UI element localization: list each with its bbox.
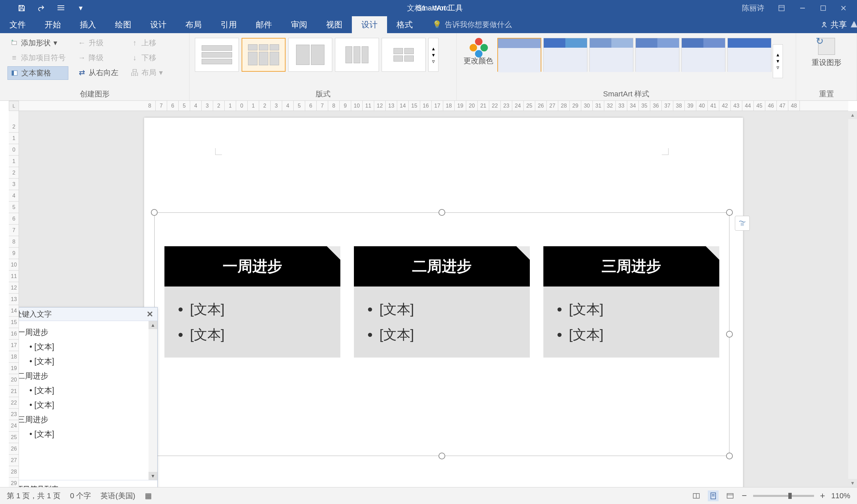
smartart-card-title[interactable]: 一周进步 [165,246,340,286]
layout-thumb-3[interactable] [288,38,332,72]
smartart-card[interactable]: 二周进步[文本][文本] [354,246,530,357]
scroll-up-icon[interactable]: ▲ [149,321,157,329]
document-area[interactable]: 一周进步[文本][文本]二周进步[文本][文本]三周进步[文本][文本] 在此处… [19,111,848,487]
text-pane-item[interactable]: • [文本] [19,427,151,441]
page-indicator[interactable]: 第 1 页，共 1 页 [7,491,61,501]
zoom-out-button[interactable]: − [742,490,747,501]
layout-thumb-5[interactable] [382,38,426,72]
resize-handle-tl[interactable] [151,209,158,216]
maximize-icon[interactable] [820,5,826,12]
text-pane-close-icon[interactable]: ✕ [147,309,153,319]
close-icon[interactable] [840,5,847,12]
smartart-bullet[interactable]: [文本] [367,297,516,322]
zoom-slider[interactable] [753,495,814,497]
style-thumb-2[interactable] [543,38,587,72]
style-gallery-more[interactable]: ▴▾▿ [773,44,783,78]
tab-view[interactable]: 视图 [317,16,352,33]
read-mode-icon[interactable] [691,490,702,501]
list-icon[interactable] [56,3,66,13]
resize-handle-tr[interactable] [726,209,733,216]
style-thumb-5[interactable] [682,38,725,72]
text-pane-button[interactable]: 文本窗格 [7,66,68,80]
language-indicator[interactable]: 英语(美国) [100,491,135,501]
smartart-card[interactable]: 三周进步[文本][文本] [543,246,719,357]
tab-insert[interactable]: 插入 [70,16,105,33]
tab-layout[interactable]: 布局 [176,16,211,33]
style-thumb-6[interactable] [727,38,771,72]
share-button[interactable]: 共享 [821,19,847,30]
text-pane-item[interactable]: • 三周进步 [19,412,151,427]
layout-gallery-more[interactable]: ▴▾▿ [428,38,438,72]
collapse-ribbon-icon[interactable]: ⯅ [850,20,857,30]
smartart-object[interactable]: 一周进步[文本][文本]二周进步[文本][文本]三周进步[文本][文本] 在此处… [154,213,729,456]
reset-graphic-button[interactable]: ↻ 重设图形 [805,35,848,70]
smartart-bullet[interactable]: [文本] [557,322,706,347]
text-pane-item[interactable]: • [文本] [19,354,151,369]
smartart-card-title[interactable]: 三周进步 [543,246,719,286]
print-layout-icon[interactable] [708,490,719,501]
page[interactable]: 一周进步[文本][文本]二周进步[文本][文本]三周进步[文本][文本] 在此处… [144,118,743,487]
zoom-slider-thumb[interactable] [788,493,792,499]
layout-thumb-4[interactable] [335,38,379,72]
vertical-ruler[interactable]: 2101234567891011121314151617181920212223… [9,111,19,487]
tab-smartart-design[interactable]: 设计 [352,16,387,33]
resize-handle-br[interactable] [726,453,733,459]
layout-icon: 品 [131,69,139,77]
tab-design[interactable]: 设计 [141,16,176,33]
scroll-down-icon[interactable]: ▼ [149,472,157,480]
zoom-in-button[interactable]: + [820,490,825,501]
text-pane-item[interactable]: • 一周进步 [19,325,151,340]
layout-options-button[interactable] [735,216,750,231]
smartart-bullet[interactable]: [文本] [367,322,516,347]
text-pane-scrollbar[interactable]: ▲ ▼ [149,321,157,480]
qat-customize-icon[interactable]: ▾ [76,3,85,13]
save-icon[interactable] [17,3,27,13]
tab-review[interactable]: 审阅 [282,16,317,33]
tab-smartart-format[interactable]: 格式 [387,16,422,33]
style-thumb-3[interactable] [589,38,633,72]
smartart-card-title[interactable]: 二周进步 [354,246,530,286]
tell-me-search[interactable]: 💡 告诉我你想要做什么 [432,20,512,30]
horizontal-ruler[interactable]: 8765432101234567891011121314151617181920… [19,101,848,111]
smartart-bullet[interactable]: [文本] [178,322,327,347]
text-pane-item[interactable]: • 二周进步 [19,369,151,383]
rtl-button[interactable]: ⇄从右向左 [75,66,121,79]
tab-references[interactable]: 引用 [211,16,246,33]
ribbon-display-icon[interactable] [778,4,785,12]
smartart-card[interactable]: 一周进步[文本][文本] [165,246,340,357]
resize-handle-bm[interactable] [438,453,445,459]
smartart-card-body[interactable]: [文本][文本] [543,286,719,357]
change-colors-button[interactable]: 更改颜色 [461,35,496,69]
text-pane-title: 在此处键入文字 [19,309,52,319]
smartart-bullet[interactable]: [文本] [178,297,327,322]
text-pane-body[interactable]: • 一周进步• [文本]• [文本]• 二周进步• [文本]• [文本]• 三周… [19,321,157,480]
minimize-icon[interactable] [799,4,806,12]
scroll-up-button[interactable]: ▲ [848,111,857,119]
tab-home[interactable]: 开始 [35,16,70,33]
tab-draw[interactable]: 绘图 [105,16,141,33]
layout-thumb-1[interactable] [195,38,239,72]
redo-icon[interactable] [36,3,46,13]
scroll-down-button[interactable]: ▼ [848,479,857,487]
vertical-scrollbar[interactable]: ▲ ▼ [848,111,857,487]
text-pane-item[interactable]: • [文本] [19,398,151,412]
smartart-bullet[interactable]: [文本] [557,297,706,322]
promote-button: ←升级 [75,36,121,49]
style-thumb-4[interactable] [635,38,679,72]
zoom-level[interactable]: 110% [831,491,850,500]
smartart-card-body[interactable]: [文本][文本] [354,286,530,357]
smartart-card-body[interactable]: [文本][文本] [165,286,340,357]
text-pane-item[interactable]: • [文本] [19,383,151,398]
smartart-content: 一周进步[文本][文本]二周进步[文本][文本]三周进步[文本][文本] [165,246,719,357]
resize-handle-mr[interactable] [726,331,733,338]
tab-mailings[interactable]: 邮件 [246,16,282,33]
add-shape-button[interactable]: +添加形状 ▾ [7,36,68,49]
text-pane-item[interactable]: • [文本] [19,340,151,354]
word-count[interactable]: 0 个字 [70,491,91,501]
resize-handle-tm[interactable] [438,209,445,216]
macro-icon[interactable]: ▦ [145,491,152,500]
web-layout-icon[interactable] [725,490,736,501]
style-thumb-1[interactable] [497,38,541,72]
layout-thumb-2[interactable] [241,38,286,72]
tab-file[interactable]: 文件 [0,16,35,33]
